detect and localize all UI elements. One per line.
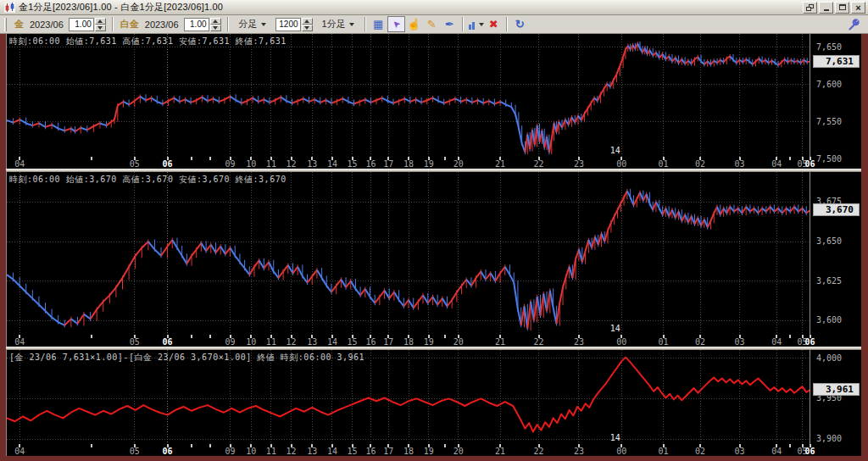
chart-app-window: 金1分足[2023/06]1.00 - 白金1分足[2023/06]1.00 ×… [0,0,868,461]
platinum-price-axis[interactable]: 3,6753,6503,6253,600 [810,172,861,347]
x-axis-label: 00 [612,447,631,456]
spin-up-icon[interactable] [210,18,221,25]
chart-style-button[interactable] [467,16,485,32]
window-title: 金1分足[2023/06]1.00 - 白金1分足[2023/06]1.00 [19,1,223,14]
x-axis-label: 14 [323,447,342,456]
platinum-info-text: 時刻:06:00 始値:3,670 高値:3,670 安値:3,670 終値:3… [9,174,287,186]
spin-down-icon[interactable] [95,25,106,31]
gold-time-axis[interactable]: 0405060910111213141516171819202122230001… [7,157,810,169]
x-axis-label: 12 [282,337,301,347]
spread-info-text: [金 23/06 7,631×1.00]-[白金 23/06 3,670×1.0… [9,352,364,364]
x-axis-label: 04 [767,447,786,456]
x-axis-label: 19 [420,447,438,456]
y-axis-label: 3,600 [816,315,842,325]
x-axis-label: 09 [221,447,240,456]
refresh-button[interactable]: ↻ [511,16,529,32]
maximize-icon [839,4,846,10]
spin-down-icon[interactable] [210,25,221,31]
minimize-icon [824,9,829,11]
maximize-button[interactable] [835,2,849,14]
x-axis-label: 15 [343,447,362,456]
interval-dropdown[interactable]: 1分足 [317,17,359,32]
x-axis-label: 06 [801,447,820,456]
gold-chart-plot[interactable] [7,34,810,157]
spread-current-price-tag: 3,961 [813,383,860,396]
delete-drawing-icon: ✖ [489,19,498,30]
y-axis-label: 3,650 [816,236,842,246]
x-axis-label: 05 [125,159,144,169]
x-axis-label: 05 [125,447,144,456]
x-axis-label: 12 [282,447,301,456]
close-button[interactable]: × [851,2,865,14]
x-axis-tick [191,335,192,338]
float-window-button[interactable] [803,2,817,14]
x-axis-tick [789,444,791,447]
platinum-chart-plot[interactable] [7,172,810,335]
bar-type-dropdown[interactable]: 分足 [234,17,271,32]
chevron-down-icon [349,23,354,29]
gold-date-label: 14 [610,146,620,155]
y-axis-label: 7,600 [816,80,842,89]
toolbar-grip[interactable] [4,18,7,31]
x-axis-label: 20 [449,447,468,456]
gold-current-price-tag: 7,631 [813,55,860,68]
gold-info-text: 時刻:06:00 始値:7,631 高値:7,631 安値:7,631 終値:7… [9,36,287,47]
pan-hand-tool-button[interactable]: ☝ [405,16,423,32]
bar-count-spin-buttons[interactable] [302,18,313,31]
x-axis-label: 03 [731,447,749,456]
spread-chart-panel: 4,0003,9503,900 040506091011121314151617… [6,350,861,456]
settings-wrench-icon[interactable] [848,19,860,31]
gold-contract-month: 2023/06 [30,19,64,30]
platinum-symbol-label: 白金 [120,18,139,31]
y-axis-label: 4,000 [816,353,842,363]
x-axis-label: 11 [262,159,281,169]
x-axis-label: 04 [767,159,786,169]
chevron-down-icon [261,23,266,29]
x-axis-tick [91,335,92,338]
toolbar-separator [462,17,464,31]
refresh-icon: ↻ [515,19,525,30]
spin-up-icon[interactable] [95,18,106,25]
gold-ratio-spin-buttons[interactable] [95,18,106,31]
x-axis-label: 10 [242,337,260,347]
x-axis-label: 16 [361,447,380,456]
title-bar[interactable]: 金1分足[2023/06]1.00 - 白金1分足[2023/06]1.00 × [0,0,868,15]
x-axis-label: 14 [323,159,342,169]
minimize-button[interactable] [819,2,833,14]
chart-select-tool-button[interactable]: ▦ [370,16,387,32]
platinum-time-axis[interactable]: 0405060910111213141516171819202122230001… [7,335,810,347]
platinum-chart-panel: 3,6753,6503,6253,600 0405060910111213141… [6,172,861,347]
spin-up-icon[interactable] [302,18,313,25]
x-axis-label: 22 [530,447,548,456]
x-axis-label: 21 [491,447,509,456]
platinum-ratio-spinner[interactable]: 1.00 [184,18,221,31]
delete-drawing-button[interactable]: ✖ [485,16,503,32]
x-axis-tick [444,444,446,447]
x-axis-label: 20 [449,337,468,347]
platinum-ratio-spin-buttons[interactable] [210,18,221,31]
spread-price-axis[interactable]: 4,0003,9503,900 [810,350,861,456]
cursor-tool-button[interactable]: ➤ [387,16,405,32]
x-axis-label: 18 [399,447,418,456]
x-axis-label: 02 [691,337,709,347]
x-axis-label: 11 [262,337,281,347]
toolbar-separator [227,17,229,31]
x-axis-tick [191,157,192,160]
chart-region: 7,6507,6007,5507,500 0405060910111213141… [6,34,861,456]
pencil-draw-tool-button[interactable]: ✎ [423,16,441,32]
pen-draw-tool-button[interactable]: ✒ [441,16,459,32]
x-axis-label: 05 [125,337,144,347]
spin-down-icon[interactable] [302,25,313,31]
toolbar-separator [364,17,366,31]
gold-symbol-label: 金 [14,18,24,31]
spread-chart-plot[interactable] [7,350,810,444]
bar-count-spinner[interactable]: 1200 [275,18,313,31]
x-axis-label: 23 [570,447,588,456]
x-axis-label: 09 [221,337,240,347]
gold-ratio-spinner[interactable]: 1.00 [69,18,106,31]
spread-time-axis[interactable]: 0405060910111213141516171819202122230001… [7,444,810,456]
x-axis-label: 17 [379,159,398,169]
toolbar-separator [506,17,508,31]
x-axis-label: 00 [612,159,631,169]
x-axis-label: 23 [570,337,588,347]
